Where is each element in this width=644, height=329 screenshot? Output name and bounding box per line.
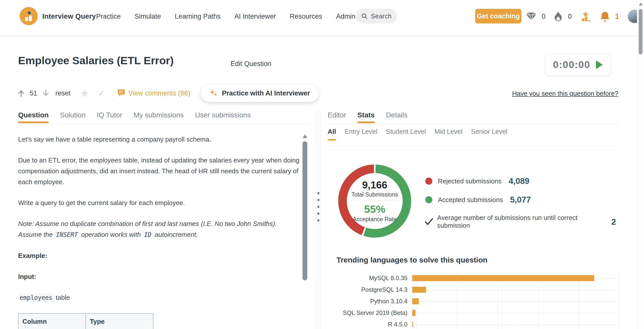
tab-solution[interactable]: Solution bbox=[60, 111, 85, 123]
bar-label: R 4.5.0 bbox=[336, 321, 412, 328]
downvote-icon[interactable] bbox=[42, 89, 49, 97]
question-scrollbar-thumb[interactable] bbox=[302, 141, 307, 280]
scroll-up-arrow[interactable] bbox=[639, 3, 642, 6]
leaderboard-rank-icon[interactable] bbox=[580, 11, 591, 22]
tab-all[interactable]: All bbox=[328, 128, 336, 142]
tab-my-submissions[interactable]: My submissions bbox=[134, 111, 184, 123]
upvote-icon[interactable] bbox=[18, 89, 25, 97]
tab-senior-level[interactable]: Senior Level bbox=[471, 128, 508, 142]
bar-label: SQL Server 2019 (Beta) bbox=[336, 309, 412, 316]
acceptance-rate-label: Acceptance Rate bbox=[353, 216, 397, 223]
bar-track bbox=[412, 284, 615, 295]
paragraph: Write a query to get the current salary … bbox=[18, 198, 300, 208]
tab-stats[interactable]: Stats bbox=[357, 111, 374, 123]
trending-languages-title: Trending languages to solve this questio… bbox=[336, 256, 487, 264]
legend-rejected-row: Rejected submissions 4,089 bbox=[425, 176, 531, 187]
comments-icon bbox=[116, 89, 125, 97]
page-scrollbar[interactable] bbox=[637, 0, 644, 329]
brand-name[interactable]: Interview Query bbox=[42, 0, 96, 33]
tab-iq-tutor[interactable]: IQ Tutor bbox=[97, 111, 122, 123]
rejected-dot-icon bbox=[425, 178, 432, 185]
row-gridline bbox=[412, 290, 615, 290]
nav-item-resources[interactable]: Resources bbox=[290, 13, 322, 20]
tab-editor[interactable]: Editor bbox=[328, 111, 346, 123]
tab-mid-level[interactable]: Mid Level bbox=[434, 128, 462, 142]
table-name-line: employees table bbox=[18, 292, 300, 303]
insert-code: INSERT bbox=[55, 231, 80, 239]
pane-resize-handle[interactable] bbox=[316, 111, 321, 329]
bar-python-3-10-4[interactable] bbox=[412, 298, 419, 304]
rejected-label: Rejected submissions bbox=[438, 177, 502, 185]
editor-stats-tabs: EditorStatsDetails bbox=[328, 111, 619, 123]
page-scrollbar-thumb[interactable] bbox=[639, 9, 642, 54]
search-icon bbox=[361, 12, 368, 20]
bookmark-star-icon[interactable]: ★ bbox=[80, 88, 89, 98]
schema-header-row: Column Type bbox=[18, 314, 153, 329]
note-paragraph: Note: Assume no duplicate combination of… bbox=[18, 218, 300, 240]
row-gridline bbox=[412, 313, 615, 313]
bar-r-4-5-0[interactable] bbox=[412, 321, 413, 327]
diamond-count: 0 bbox=[542, 12, 546, 21]
bar-track bbox=[412, 272, 615, 284]
accepted-dot-icon bbox=[425, 196, 432, 203]
nav-item-simulate[interactable]: Simulate bbox=[135, 13, 161, 20]
bar-mysql-8-0-35[interactable] bbox=[412, 275, 594, 281]
employees-emphasis: employees bbox=[90, 156, 122, 164]
tab-student-level[interactable]: Student Level bbox=[386, 128, 426, 142]
diamond-icon[interactable] bbox=[526, 12, 537, 21]
edit-question-link[interactable]: Edit Question bbox=[231, 60, 271, 68]
submissions-donut-chart: 9,166 Total Submissions 55% Acceptance R… bbox=[337, 163, 412, 239]
sparkle-icon bbox=[209, 89, 218, 98]
bar-sql-server-2019-beta-[interactable] bbox=[412, 310, 415, 316]
seen-before-link[interactable]: Have you seen this question before? bbox=[512, 90, 618, 97]
brand-logo-icon[interactable] bbox=[20, 7, 38, 25]
total-submissions-label: Total Submissions bbox=[351, 191, 398, 198]
bar-track bbox=[412, 307, 615, 319]
view-comments-link[interactable]: View comments (86) bbox=[116, 89, 190, 97]
bar-row-3: SQL Server 2019 (Beta) bbox=[336, 307, 619, 319]
schema-type-header: Type bbox=[86, 314, 153, 329]
drag-dots-icon bbox=[317, 192, 319, 221]
search-input[interactable]: Search bbox=[355, 9, 397, 23]
nav-item-learning-paths[interactable]: Learning Paths bbox=[175, 13, 221, 20]
total-submissions-value: 9,166 bbox=[362, 179, 387, 191]
average-submissions-label: Average number of submissions run until … bbox=[437, 214, 607, 229]
schema-table: Column Type id VARCHAR bbox=[18, 313, 153, 329]
upvote-count: 51 bbox=[30, 89, 37, 97]
bar-label: PostgreSQL 14.3 bbox=[336, 286, 412, 293]
tab-user-submissions[interactable]: User submissions bbox=[195, 111, 251, 123]
nav-item-ai-interviewer[interactable]: AI Interviewer bbox=[234, 13, 276, 20]
mark-done-check-icon[interactable]: ✓ bbox=[98, 89, 105, 98]
reset-vote-link[interactable]: reset bbox=[55, 89, 70, 97]
notification-bell-icon[interactable] bbox=[600, 11, 610, 22]
donut-center: 9,166 Total Submissions 55% Acceptance R… bbox=[337, 163, 412, 239]
accepted-label: Accepted submissions bbox=[438, 196, 503, 204]
tab-details[interactable]: Details bbox=[386, 111, 408, 123]
search-placeholder: Search bbox=[371, 12, 392, 20]
view-comments-label: View comments (86) bbox=[128, 89, 190, 97]
bell-count: 1 bbox=[615, 12, 619, 21]
donut-divider bbox=[351, 201, 398, 201]
question-scroll-up-arrow[interactable] bbox=[303, 134, 307, 138]
practice-ai-interviewer-button[interactable]: Practice with AI Interviewer bbox=[201, 84, 319, 102]
nav-item-practice[interactable]: Practice bbox=[96, 13, 121, 20]
question-body: Let’s say we have a table representing a… bbox=[18, 134, 300, 329]
example-label: Example: bbox=[18, 250, 300, 261]
main-nav: PracticeSimulateLearning PathsAI Intervi… bbox=[96, 0, 355, 33]
timer-card: 0:00:00 bbox=[545, 54, 610, 76]
nav-item-admin[interactable]: Admin bbox=[336, 13, 355, 20]
tab-entry-level[interactable]: Entry Level bbox=[345, 128, 377, 142]
streak-flame-icon[interactable] bbox=[554, 11, 563, 22]
input-label: Input: bbox=[18, 271, 300, 282]
paragraph: Let’s say we have a table representing a… bbox=[18, 134, 300, 145]
get-coaching-button[interactable]: Get coaching bbox=[475, 9, 521, 23]
top-navbar: Interview Query PracticeSimulateLearning… bbox=[0, 0, 644, 36]
bar-track bbox=[412, 295, 615, 307]
level-filter-tabs: AllEntry LevelStudent LevelMid LevelSeni… bbox=[328, 123, 619, 145]
question-pane-tabs: QuestionSolutionIQ TutorMy submissionsUs… bbox=[18, 111, 308, 123]
timer-play-button[interactable] bbox=[596, 60, 603, 69]
bar-row-2: Python 3.10.4 bbox=[336, 295, 619, 307]
donut-legend: Rejected submissions 4,089 Accepted subm… bbox=[425, 176, 531, 213]
tab-question[interactable]: Question bbox=[18, 111, 49, 123]
bar-postgresql-14-3[interactable] bbox=[412, 287, 426, 293]
